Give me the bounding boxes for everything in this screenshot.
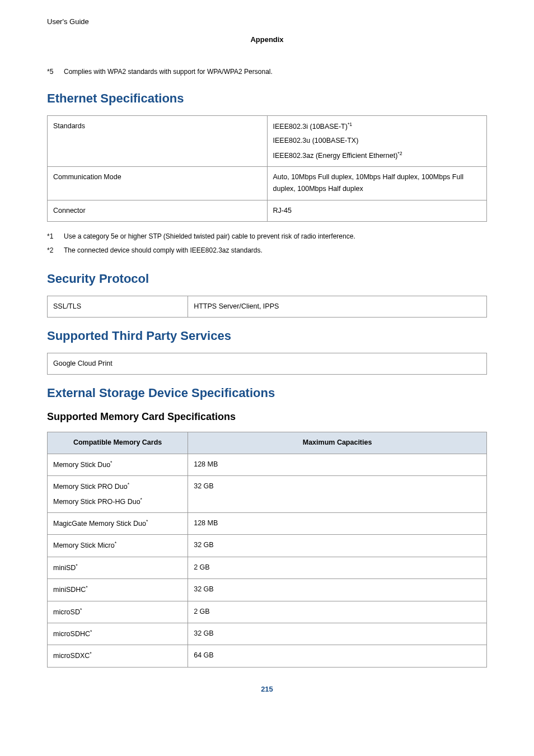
memory-card-table: Compatible Memory Cards Maximum Capaciti… [47,432,487,667]
cell-card: microSD* [48,601,188,623]
external-storage-heading: External Storage Device Specifications [47,385,487,402]
page-number: 215 [47,684,487,694]
table-header-row: Compatible Memory Cards Maximum Capaciti… [48,432,487,454]
cell-capacity: 2 GB [188,601,487,623]
cell-capacity: 64 GB [188,645,487,667]
cell-card: Memory Stick Micro* [48,535,188,557]
standards-line: IEEE802.3az (Energy Efficient Ethernet)*… [273,150,481,162]
col-header-capacity: Maximum Capacities [188,432,487,454]
table-row: miniSDHC* 32 GB [48,579,487,601]
table-row: MagicGate Memory Stick Duo* 128 MB [48,512,487,534]
cell-card: miniSD* [48,557,188,578]
footnote-2: *2 The connected device should comply wi… [47,246,487,255]
cell-value: IEEE802.3i (10BASE-T)*1 IEEE802.3u (100B… [267,115,487,166]
header: User's Guide [47,17,487,27]
memory-card-subheading: Supported Memory Card Specifications [47,410,487,424]
table-row: Connector RJ-45 [48,200,487,221]
table-row: microSDXC* 64 GB [48,645,487,667]
footnote-5: *5 Complies with WPA2 standards with sup… [47,67,487,77]
table-row: Memory Stick Duo* 128 MB [48,454,487,475]
cell-capacity: 32 GB [188,623,487,645]
cell-capacity: 32 GB [188,579,487,601]
cell-capacity: 32 GB [188,535,487,557]
ethernet-footnotes: *1 Use a category 5e or higher STP (Shie… [47,232,487,255]
cell-value: RJ-45 [267,200,487,221]
cell-card: Memory Stick PRO Duo* Memory Stick PRO-H… [48,476,188,513]
cell-value: HTTPS Server/Client, IPPS [188,296,487,318]
cell-card: MagicGate Memory Stick Duo* [48,512,188,534]
standards-line: IEEE802.3u (100BASE-TX) [273,135,481,147]
ethernet-heading: Ethernet Specifications [47,90,487,108]
table-row: Memory Stick Micro* 32 GB [48,535,487,557]
footnote-marker: *2 [47,246,64,255]
security-table: SSL/TLS HTTPS Server/Client, IPPS [47,296,487,318]
cell-capacity: 2 GB [188,557,487,578]
footnote-text: Complies with WPA2 standards with suppor… [64,67,273,77]
cell-value: Auto, 10Mbps Full duplex, 10Mbps Half du… [267,167,487,200]
security-heading: Security Protocol [47,270,487,288]
cell-card: microSDXC* [48,645,188,667]
footnote-text: Use a category 5e or higher STP (Shielde… [64,232,355,241]
table-row: Memory Stick PRO Duo* Memory Stick PRO-H… [48,476,487,513]
cell-capacity: 32 GB [188,476,487,513]
cell-capacity: 128 MB [188,512,487,534]
footnote-text: The connected device should comply with … [64,246,263,255]
cell-label: SSL/TLS [48,296,188,318]
cell-label: Communication Mode [48,167,268,200]
cell-label: Standards [48,115,268,166]
standards-line: IEEE802.3i (10BASE-T)*1 [273,120,481,133]
table-row: Google Cloud Print [48,353,487,375]
col-header-cards: Compatible Memory Cards [48,432,188,454]
table-row: Standards IEEE802.3i (10BASE-T)*1 IEEE80… [48,115,487,166]
cell-card: miniSDHC* [48,579,188,601]
cell-capacity: 128 MB [188,454,487,475]
cell-label: Connector [48,200,268,221]
third-party-table: Google Cloud Print [47,353,487,375]
cell-card: Memory Stick Duo* [48,454,188,475]
table-row: Communication Mode Auto, 10Mbps Full dup… [48,167,487,200]
table-row: miniSD* 2 GB [48,557,487,578]
third-party-heading: Supported Third Party Services [47,328,487,345]
section-label: Appendix [47,35,487,45]
ethernet-table: Standards IEEE802.3i (10BASE-T)*1 IEEE80… [47,115,487,222]
footnote-marker: *5 [47,67,64,77]
table-row: microSD* 2 GB [48,601,487,623]
cell-value: Google Cloud Print [48,353,487,375]
table-row: SSL/TLS HTTPS Server/Client, IPPS [48,296,487,318]
guide-title: User's Guide [47,17,487,27]
table-row: microSDHC* 32 GB [48,623,487,645]
footnote-1: *1 Use a category 5e or higher STP (Shie… [47,232,487,241]
footnote-marker: *1 [47,232,64,241]
cell-card: microSDHC* [48,623,188,645]
